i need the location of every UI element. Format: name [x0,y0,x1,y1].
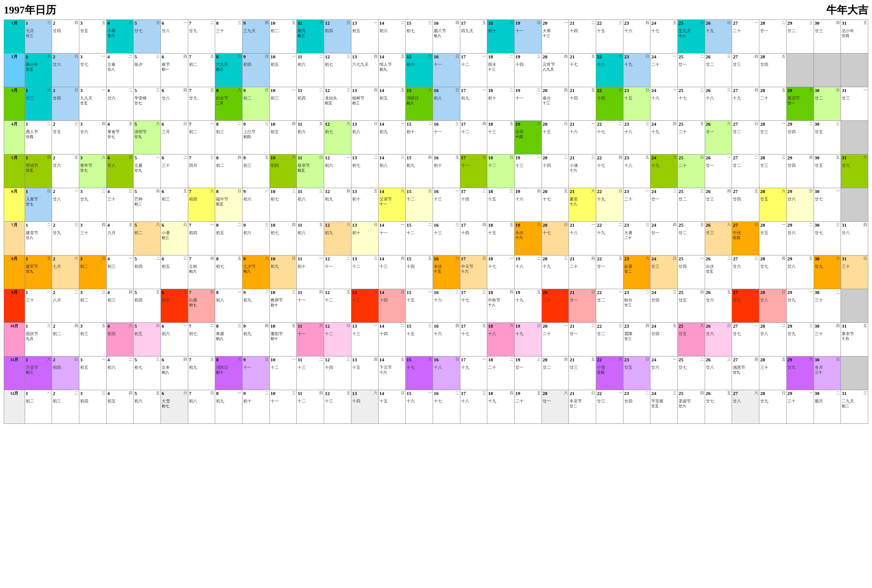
table-row: 17日 中元节 十六 [460,255,487,289]
table-row: 28六 廿五 [759,188,787,222]
table-row: 30二 三十 [813,289,841,323]
table-row: 21五 十四 [569,87,596,121]
table-row: 2四 初二 [52,323,79,357]
table-row: 17四 十四 [460,222,487,255]
table-row: 15六 十七 [406,357,433,390]
table-row: 8一 初九 [215,390,242,424]
table-row: 1六 南小年 廿五 [25,54,52,87]
table-row: 5五 初四 [134,289,161,323]
table-row: 11二 初六 [297,54,324,87]
page-title: 1997年日历 [4,3,56,17]
table-row: 20二 十四 [541,154,569,188]
table-row: 9一 初六 [242,188,270,222]
table-row: 28日 廿八 [759,289,787,323]
table-row: 5日 初五 [134,323,161,357]
table-row: 12日 初四 [324,20,352,54]
table-row: 4五 寒食节 廿七 [106,121,134,154]
table-row: 14日 十四 [378,289,406,323]
table-row: 13四 植树节 初三 [351,87,378,121]
table-row: 31一 廿三 [841,87,868,121]
table-row: 14五 情人节 初九 [378,54,406,87]
table-row: 13日 初十 [351,222,378,255]
table-row: 31日 三十 [841,255,868,289]
table-row: 5一 立夏 廿九 [134,154,161,188]
table-row: 18二 二十 [487,357,514,390]
table-row [841,54,868,87]
table-row: 3五 廿五 [79,20,106,54]
table-row: 28二 廿八 [759,323,787,357]
table-row: 22一 廿二 [596,289,624,323]
table-row: 11六 腊月 初三 [297,20,324,54]
table-row: 6六 初五 [161,289,188,323]
table-row: 6日 三月 [161,121,188,154]
table-row: 20五 十七 [541,188,569,222]
table-row: 18四 中秋节 十八 [487,289,514,323]
table-row: 16日 十一 [433,54,460,87]
table-row: 14一 初九 [378,121,406,154]
table-row: 11二 初四 [297,87,324,121]
table-row: 4四 初三 [106,289,134,323]
table-row: 14四 十三 [378,255,406,289]
table-row: 8六 妇女节 二月 [215,87,242,121]
table-row: 30四 廿三 [813,20,841,54]
table-row: 22一 廿三 [596,390,624,424]
table-row: 9二 初十 [242,390,270,424]
table-row [813,54,841,87]
table-row: 19二 十八 [514,255,541,289]
table-row: 31五 北小年 廿四 [841,20,868,54]
table-row: 23六 处暑 廿二 [623,255,651,289]
table-row: 13一 初五 [351,20,378,54]
table-row: 30一 廿七 [813,188,841,222]
table-row: 22二 十九 [596,222,624,255]
table-row: 10四 初七 [269,222,297,255]
table-row: 5六 初二 [134,222,161,255]
table-row: 6日 小暑 初三 [161,222,188,255]
table-row: 24五 廿四 [651,323,678,357]
table-row: 15五 十四 [406,255,433,289]
table-row: 20日 十五 [541,121,569,154]
table-row: 28一 廿五 [759,222,787,255]
table-row: 18五 十五 [487,222,514,255]
table-row: 3一 廿七 [79,54,106,87]
table-row: 17三 十七 [460,289,487,323]
table-row: 14六 父亲节 十一 [378,188,406,222]
table-row: 5四 芒种 初二 [134,188,161,222]
table-row: 18一 十七 [487,255,514,289]
table-row: 12三 初七 [324,54,352,87]
table-row: 13日 初八 [351,121,378,154]
table-row: 9日 初四 [242,54,270,87]
month-row-may: 5月 1四 劳动节 廿五 2五 廿六 3六 青年节 廿七 4日 廿八 [4,154,868,188]
month-label-aug: 8月 [4,255,25,289]
table-row: 22二 十七 [596,121,624,154]
table-row: 27一 廿七 [732,323,759,357]
table-row: 14日 十五 [378,390,406,424]
table-row: 3二 廿九 [79,188,106,222]
table-row: 1六 廿三 [25,87,52,121]
table-row: 20六 廿一 [541,390,569,424]
table-row: 28四 廿七 [759,255,787,289]
table-row: 3一 初五 [79,357,106,390]
table-row: 30五 廿五 [813,154,841,188]
table-row: 2二 八月 [52,289,79,323]
table-row: 29六 廿九 [786,357,813,390]
table-row: 23三 十八 [623,121,651,154]
table-row: 21一 十六 [569,121,596,154]
table-row: 22六 十八 [596,54,624,87]
table-row: 18六 十八 [487,323,514,357]
table-row [841,188,868,222]
table-row: 25四 廿五 [678,289,705,323]
table-row: 16三 十三 [433,222,460,255]
table-row: 4一 初三 [106,255,134,289]
table-row: 13六 十四 [351,390,378,424]
table-row: 4三 三十 [106,188,134,222]
table-row: 26日 廿六 [705,323,732,357]
table-row: 23日 廿五 [623,357,651,390]
table-row: 25五 廿二 [678,222,705,255]
table-row: 20四 廿二 [541,357,569,390]
table-row: 15四 初九 [406,154,433,188]
table-row: 17一 初九 [460,87,487,121]
table-row: 14三 初八 [378,154,406,188]
table-row: 21五 廿三 [569,357,596,390]
table-row: 26五 廿七 [705,390,732,424]
table-row: 1六 万圣节 初三 [25,357,52,390]
